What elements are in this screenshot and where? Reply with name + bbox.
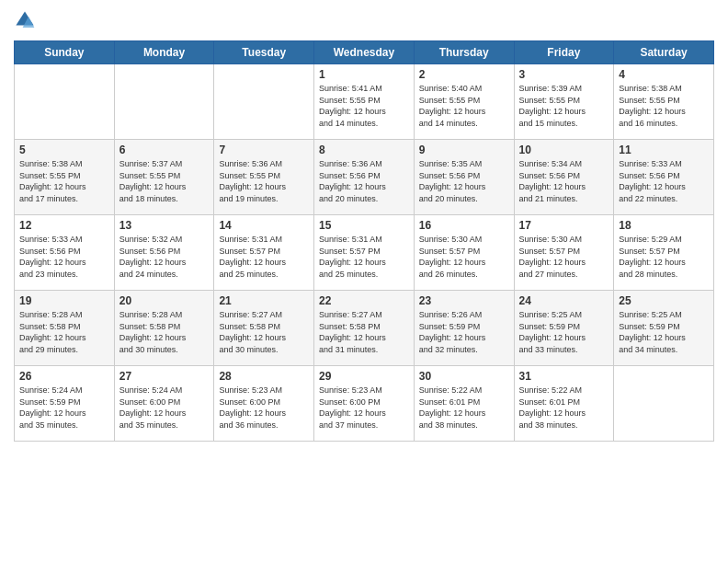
day-number: 23: [419, 294, 509, 307]
day-number: 2: [419, 68, 509, 81]
day-info: Sunrise: 5:29 AM Sunset: 5:57 PM Dayligh…: [619, 234, 709, 280]
weekday-saturday: Saturday: [614, 41, 714, 64]
day-number: 7: [219, 144, 309, 156]
calendar-cell: 13Sunrise: 5:32 AM Sunset: 5:56 PM Dayli…: [114, 215, 214, 291]
day-info: Sunrise: 5:24 AM Sunset: 5:59 PM Dayligh…: [19, 385, 109, 431]
day-number: 8: [319, 144, 409, 156]
calendar-cell: 2Sunrise: 5:40 AM Sunset: 5:55 PM Daylig…: [414, 64, 514, 140]
calendar-cell: 4Sunrise: 5:38 AM Sunset: 5:55 PM Daylig…: [614, 64, 714, 140]
weekday-sunday: Sunday: [15, 41, 115, 64]
calendar-week-4: 26Sunrise: 5:24 AM Sunset: 5:59 PM Dayli…: [15, 366, 714, 442]
weekday-header-row: SundayMondayTuesdayWednesdayThursdayFrid…: [15, 41, 714, 64]
day-number: 12: [19, 219, 109, 232]
day-number: 27: [119, 370, 210, 383]
day-info: Sunrise: 5:30 AM Sunset: 5:57 PM Dayligh…: [419, 234, 509, 280]
day-info: Sunrise: 5:24 AM Sunset: 6:00 PM Dayligh…: [119, 385, 210, 431]
calendar-cell: 21Sunrise: 5:27 AM Sunset: 5:58 PM Dayli…: [214, 291, 314, 366]
day-number: 9: [419, 144, 509, 156]
day-number: 15: [319, 219, 409, 232]
day-info: Sunrise: 5:32 AM Sunset: 5:56 PM Dayligh…: [119, 234, 210, 280]
day-number: 11: [619, 144, 709, 156]
logo-icon: [14, 9, 36, 31]
calendar-cell: [114, 64, 214, 140]
calendar-cell: 18Sunrise: 5:29 AM Sunset: 5:57 PM Dayli…: [614, 215, 714, 291]
calendar-cell: 22Sunrise: 5:27 AM Sunset: 5:58 PM Dayli…: [314, 291, 415, 366]
day-info: Sunrise: 5:23 AM Sunset: 6:00 PM Dayligh…: [219, 385, 309, 431]
day-number: 1: [319, 68, 409, 81]
calendar-cell: 12Sunrise: 5:33 AM Sunset: 5:56 PM Dayli…: [15, 215, 115, 291]
calendar-cell: 15Sunrise: 5:31 AM Sunset: 5:57 PM Dayli…: [314, 215, 415, 291]
day-info: Sunrise: 5:38 AM Sunset: 5:55 PM Dayligh…: [19, 158, 109, 204]
day-number: 17: [519, 219, 609, 232]
calendar-cell: [15, 64, 115, 140]
calendar-week-0: 1Sunrise: 5:41 AM Sunset: 5:55 PM Daylig…: [15, 64, 714, 140]
day-number: 3: [519, 68, 609, 81]
calendar-cell: 25Sunrise: 5:25 AM Sunset: 5:59 PM Dayli…: [614, 291, 714, 366]
calendar-cell: 14Sunrise: 5:31 AM Sunset: 5:57 PM Dayli…: [214, 215, 314, 291]
calendar-cell: 26Sunrise: 5:24 AM Sunset: 5:59 PM Dayli…: [15, 366, 115, 442]
day-info: Sunrise: 5:28 AM Sunset: 5:58 PM Dayligh…: [19, 309, 109, 355]
calendar-cell: 28Sunrise: 5:23 AM Sunset: 6:00 PM Dayli…: [214, 366, 314, 442]
day-number: 6: [119, 144, 210, 156]
day-info: Sunrise: 5:25 AM Sunset: 5:59 PM Dayligh…: [519, 309, 609, 355]
day-number: 20: [119, 294, 210, 307]
day-info: Sunrise: 5:22 AM Sunset: 6:01 PM Dayligh…: [519, 385, 609, 431]
day-info: Sunrise: 5:31 AM Sunset: 5:57 PM Dayligh…: [219, 234, 309, 280]
calendar-cell: [214, 64, 314, 140]
day-number: 19: [19, 294, 109, 307]
page-container: SundayMondayTuesdayWednesdayThursdayFrid…: [0, 0, 728, 451]
day-number: 5: [19, 144, 109, 156]
calendar-cell: 9Sunrise: 5:35 AM Sunset: 5:56 PM Daylig…: [414, 140, 514, 215]
day-info: Sunrise: 5:25 AM Sunset: 5:59 PM Dayligh…: [619, 309, 709, 355]
calendar-week-2: 12Sunrise: 5:33 AM Sunset: 5:56 PM Dayli…: [15, 215, 714, 291]
day-number: 14: [219, 219, 309, 232]
calendar-cell: 30Sunrise: 5:22 AM Sunset: 6:01 PM Dayli…: [414, 366, 514, 442]
calendar-cell: 16Sunrise: 5:30 AM Sunset: 5:57 PM Dayli…: [414, 215, 514, 291]
header: [14, 9, 714, 31]
day-number: 4: [619, 68, 709, 81]
logo: [14, 9, 40, 31]
day-number: 29: [319, 370, 409, 383]
day-info: Sunrise: 5:35 AM Sunset: 5:56 PM Dayligh…: [419, 158, 509, 204]
day-info: Sunrise: 5:41 AM Sunset: 5:55 PM Dayligh…: [319, 83, 409, 129]
day-info: Sunrise: 5:34 AM Sunset: 5:56 PM Dayligh…: [519, 158, 609, 204]
day-info: Sunrise: 5:36 AM Sunset: 5:55 PM Dayligh…: [219, 158, 309, 204]
calendar-cell: 3Sunrise: 5:39 AM Sunset: 5:55 PM Daylig…: [514, 64, 614, 140]
calendar-cell: 23Sunrise: 5:26 AM Sunset: 5:59 PM Dayli…: [414, 291, 514, 366]
day-info: Sunrise: 5:26 AM Sunset: 5:59 PM Dayligh…: [419, 309, 509, 355]
day-info: Sunrise: 5:33 AM Sunset: 5:56 PM Dayligh…: [619, 158, 709, 204]
calendar-cell: 29Sunrise: 5:23 AM Sunset: 6:00 PM Dayli…: [314, 366, 415, 442]
weekday-monday: Monday: [114, 41, 214, 64]
calendar-cell: 17Sunrise: 5:30 AM Sunset: 5:57 PM Dayli…: [514, 215, 614, 291]
day-info: Sunrise: 5:27 AM Sunset: 5:58 PM Dayligh…: [219, 309, 309, 355]
day-number: 28: [219, 370, 309, 383]
day-info: Sunrise: 5:33 AM Sunset: 5:56 PM Dayligh…: [19, 234, 109, 280]
calendar-cell: 1Sunrise: 5:41 AM Sunset: 5:55 PM Daylig…: [314, 64, 415, 140]
calendar-cell: 19Sunrise: 5:28 AM Sunset: 5:58 PM Dayli…: [15, 291, 115, 366]
day-number: 25: [619, 294, 709, 307]
day-info: Sunrise: 5:22 AM Sunset: 6:01 PM Dayligh…: [419, 385, 509, 431]
calendar-cell: 10Sunrise: 5:34 AM Sunset: 5:56 PM Dayli…: [514, 140, 614, 215]
day-info: Sunrise: 5:23 AM Sunset: 6:00 PM Dayligh…: [319, 385, 409, 431]
calendar-cell: 6Sunrise: 5:37 AM Sunset: 5:55 PM Daylig…: [114, 140, 214, 215]
day-number: 10: [519, 144, 609, 156]
day-info: Sunrise: 5:39 AM Sunset: 5:55 PM Dayligh…: [519, 83, 609, 129]
day-number: 21: [219, 294, 309, 307]
day-info: Sunrise: 5:28 AM Sunset: 5:58 PM Dayligh…: [119, 309, 210, 355]
day-number: 24: [519, 294, 609, 307]
calendar-cell: 20Sunrise: 5:28 AM Sunset: 5:58 PM Dayli…: [114, 291, 214, 366]
calendar-table: SundayMondayTuesdayWednesdayThursdayFrid…: [14, 40, 714, 442]
weekday-thursday: Thursday: [414, 41, 514, 64]
day-number: 13: [119, 219, 210, 232]
day-info: Sunrise: 5:30 AM Sunset: 5:57 PM Dayligh…: [519, 234, 609, 280]
day-number: 22: [319, 294, 409, 307]
day-number: 30: [419, 370, 509, 383]
day-number: 16: [419, 219, 509, 232]
calendar-cell: [614, 366, 714, 442]
weekday-wednesday: Wednesday: [314, 41, 415, 64]
calendar-cell: 5Sunrise: 5:38 AM Sunset: 5:55 PM Daylig…: [15, 140, 115, 215]
calendar-cell: 7Sunrise: 5:36 AM Sunset: 5:55 PM Daylig…: [214, 140, 314, 215]
day-number: 31: [519, 370, 609, 383]
weekday-tuesday: Tuesday: [214, 41, 314, 64]
day-info: Sunrise: 5:40 AM Sunset: 5:55 PM Dayligh…: [419, 83, 509, 129]
